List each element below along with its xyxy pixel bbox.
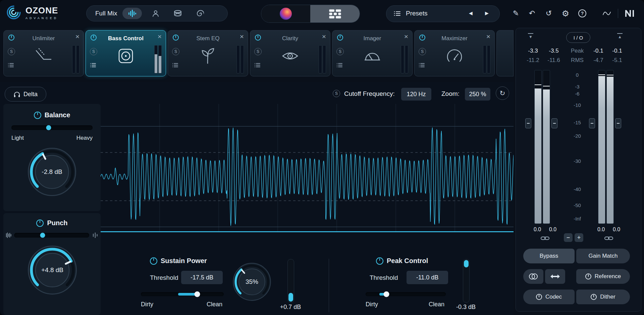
- input-link-icon[interactable]: [541, 236, 549, 242]
- module-tab-maximizer[interactable]: Maximizer × S: [414, 30, 495, 76]
- menu-icon[interactable]: [172, 63, 178, 69]
- output-link-icon[interactable]: [604, 236, 613, 242]
- sustain-slider-handle[interactable]: [194, 292, 200, 297]
- app-logo: OZONE ADVANCED: [6, 5, 58, 20]
- scale-0: 0: [569, 72, 586, 78]
- collapse-right-icon[interactable]: ▲: [617, 33, 623, 39]
- reference-label: Reference: [595, 273, 621, 280]
- output-gain-fader-right[interactable]: [615, 118, 621, 128]
- reset-zoom-icon[interactable]: ↻: [496, 86, 509, 100]
- stem-eq-icon: [198, 46, 218, 67]
- module-tab-unlimiter[interactable]: Unlimiter × S: [3, 30, 84, 76]
- history-icon[interactable]: ↺: [542, 7, 555, 20]
- sphere-icon: [280, 8, 292, 20]
- solo-icon[interactable]: S: [90, 48, 97, 55]
- peak-threshold-slider[interactable]: [366, 292, 446, 296]
- collapse-left-icon[interactable]: ▼: [528, 33, 533, 39]
- modules-view-button[interactable]: [310, 5, 360, 22]
- gain-match-button[interactable]: Gain Match: [576, 249, 630, 263]
- close-icon[interactable]: ×: [486, 33, 490, 41]
- cutoff-value[interactable]: 120 Hz: [401, 88, 431, 101]
- source-drums-button[interactable]: [169, 9, 186, 17]
- close-icon[interactable]: ×: [75, 33, 79, 41]
- source-vocals-button[interactable]: [147, 9, 164, 17]
- stereo-width-button[interactable]: [545, 269, 565, 284]
- peak-threshold-value[interactable]: -11.0 dB: [407, 271, 448, 284]
- menu-icon[interactable]: [419, 63, 425, 69]
- codec-power-icon[interactable]: [536, 294, 542, 300]
- sustain-threshold-slider[interactable]: [141, 292, 224, 296]
- balance-value: -2.8 dB: [27, 147, 77, 197]
- solo-icon[interactable]: S: [336, 48, 344, 55]
- balance-power-icon[interactable]: [34, 112, 41, 119]
- input-gain-fader-left[interactable]: [525, 118, 531, 128]
- menu-icon[interactable]: [336, 63, 342, 69]
- menu-icon[interactable]: [90, 63, 96, 69]
- peak-power-icon[interactable]: [376, 257, 383, 265]
- solo-icon[interactable]: S: [419, 48, 426, 55]
- gain-plus-button[interactable]: +: [575, 233, 583, 242]
- punch-slider[interactable]: [14, 233, 89, 238]
- close-icon[interactable]: ×: [404, 33, 408, 41]
- presets-label[interactable]: Presets: [406, 10, 427, 17]
- edit-pencil-icon[interactable]: ✎: [509, 7, 522, 20]
- close-icon[interactable]: ×: [240, 33, 244, 41]
- solo-icon[interactable]: S: [254, 48, 262, 55]
- peak-slider-handle[interactable]: [384, 292, 389, 297]
- codec-button[interactable]: Codec: [523, 290, 575, 304]
- rms-row-label[interactable]: RMS: [567, 57, 587, 64]
- close-icon[interactable]: ×: [322, 33, 326, 41]
- settings-gear-icon[interactable]: ⚙: [559, 7, 572, 20]
- balance-slider[interactable]: [11, 125, 93, 130]
- module-tab-stem-eq[interactable]: Stem EQ × S: [168, 30, 248, 76]
- routing-icon[interactable]: [600, 7, 613, 20]
- close-icon[interactable]: ×: [158, 33, 162, 41]
- source-other-button[interactable]: [192, 9, 208, 17]
- tab-meter: [319, 45, 322, 73]
- reference-power-icon[interactable]: [585, 273, 591, 279]
- module-tab-clarity[interactable]: Clarity × S: [250, 30, 330, 76]
- stereo-mode-button[interactable]: [523, 269, 543, 284]
- undo-icon[interactable]: ↶: [526, 7, 538, 20]
- sphere-view-button[interactable]: [261, 5, 310, 22]
- module-tab-imager[interactable]: Imager × S: [332, 30, 413, 76]
- input-gain-fader-right[interactable]: [551, 118, 557, 128]
- io-toggle-button[interactable]: I / O: [566, 32, 590, 43]
- punch-title: Punch: [47, 219, 67, 227]
- bypass-button[interactable]: Bypass: [523, 249, 575, 263]
- delta-button[interactable]: Delta: [5, 87, 46, 102]
- punch-section: Punch +4.8 dB: [3, 213, 101, 315]
- source-fullmix-button[interactable]: [122, 8, 142, 19]
- preset-prev-button[interactable]: ◀: [469, 10, 473, 16]
- module-tab-bass-control[interactable]: Bass Control × S: [86, 30, 166, 76]
- dither-power-icon[interactable]: [591, 294, 597, 300]
- tab-meter: [483, 45, 486, 73]
- waveform-display[interactable]: [101, 104, 514, 232]
- menu-icon[interactable]: [254, 63, 260, 69]
- gain-minus-button[interactable]: −: [564, 233, 573, 242]
- sustain-amount-knob[interactable]: 35%: [232, 262, 272, 302]
- punch-slider-handle[interactable]: [40, 233, 45, 238]
- dither-button[interactable]: Dither: [576, 290, 630, 304]
- sustain-threshold-value[interactable]: -17.5 dB: [181, 271, 223, 284]
- sustain-power-icon[interactable]: [150, 257, 157, 265]
- zoom-value[interactable]: 250 %: [465, 88, 490, 101]
- balance-knob[interactable]: -2.8 dB: [27, 147, 77, 197]
- headphones-icon: [13, 91, 20, 98]
- zoom-scrollbar[interactable]: [101, 231, 514, 232]
- punch-knob[interactable]: +4.8 dB: [27, 245, 78, 296]
- sustain-threshold-label: Threshold: [150, 274, 178, 281]
- output-gain-fader-left[interactable]: [589, 118, 595, 128]
- source-label: Full Mix: [95, 10, 117, 17]
- reference-button[interactable]: Reference: [576, 269, 630, 284]
- preset-list-icon[interactable]: [394, 11, 400, 18]
- solo-icon[interactable]: S: [172, 48, 179, 55]
- help-icon[interactable]: ?: [576, 7, 589, 20]
- preset-next-button[interactable]: ▶: [485, 10, 489, 16]
- balance-slider-handle[interactable]: [46, 125, 51, 130]
- solo-icon[interactable]: S: [8, 48, 15, 55]
- punch-power-icon[interactable]: [36, 219, 44, 227]
- cutoff-solo-icon[interactable]: S: [333, 90, 340, 97]
- peak-row-label[interactable]: Peak: [567, 48, 587, 54]
- menu-icon[interactable]: [8, 63, 14, 69]
